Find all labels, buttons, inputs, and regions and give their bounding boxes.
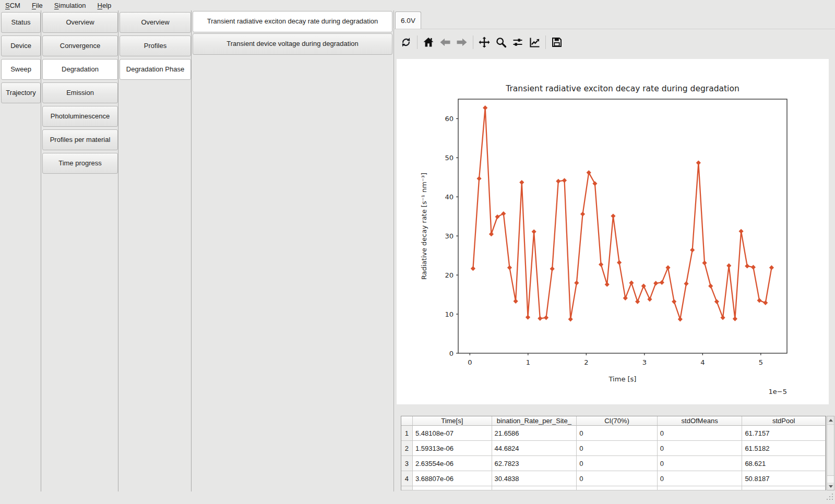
- table-cell[interactable]: 3.68807e-06: [413, 471, 492, 486]
- svg-text:10: 10: [445, 310, 454, 318]
- svg-text:Radiative decay rate [s⁻¹ nm⁻³: Radiative decay rate [s⁻¹ nm⁻³]: [420, 173, 428, 280]
- table-header-stdpool[interactable]: stdPool: [742, 416, 826, 426]
- menubar: SCMFileSimulationHelp: [0, 0, 835, 11]
- table-cell: [742, 486, 826, 490]
- table-vertical-scrollbar[interactable]: [827, 416, 834, 490]
- table-cell[interactable]: 0: [658, 426, 743, 441]
- table-cell[interactable]: 0: [577, 471, 658, 486]
- svg-text:Transient radiative exciton de: Transient radiative exciton decay rate d…: [505, 84, 739, 93]
- nav-col4-transient-device-voltage-during-degradat[interactable]: Transient device voltage during degradat…: [193, 33, 392, 55]
- table-cell[interactable]: 0: [658, 471, 743, 486]
- table-cell[interactable]: 50.8187: [742, 471, 826, 486]
- row-number[interactable]: 3: [401, 456, 413, 471]
- nav-col2-convergence[interactable]: Convergence: [42, 35, 118, 56]
- nav-col1-trajectory[interactable]: Trajectory: [1, 82, 41, 103]
- axes-icon[interactable]: [528, 34, 541, 50]
- row-number[interactable]: 2: [401, 441, 413, 456]
- nav-col1-status[interactable]: Status: [1, 12, 41, 33]
- svg-text:5: 5: [759, 358, 763, 366]
- nav-divider-3: [191, 10, 192, 491]
- table-header-stdofmeans[interactable]: stdOfMeans: [658, 416, 743, 426]
- table-cell[interactable]: 1.59313e-06: [413, 441, 492, 456]
- subplots-icon[interactable]: [511, 34, 524, 50]
- table-header-row: Time[s]bination_Rate_per_Site_CI(70%)std…: [401, 416, 826, 426]
- nav-col3-profiles[interactable]: Profiles: [120, 35, 191, 56]
- svg-text:60: 60: [445, 115, 454, 123]
- tab-6.0V[interactable]: 6.0V: [395, 11, 421, 29]
- svg-text:2: 2: [584, 358, 588, 366]
- nav-col2-profiles-per-material[interactable]: Profiles per material: [42, 129, 118, 150]
- table-row[interactable]: 21.59313e-0644.68240061.5182: [401, 441, 826, 456]
- scrollbar-thumb[interactable]: [827, 424, 834, 476]
- toolbar-separator: [417, 35, 418, 49]
- scroll-up-button[interactable]: [827, 416, 834, 424]
- table-cell[interactable]: 44.6824: [492, 441, 577, 456]
- nav-col2-overview[interactable]: Overview: [42, 12, 118, 33]
- zoom-icon[interactable]: [494, 34, 508, 50]
- table-cell[interactable]: 0: [577, 426, 658, 441]
- table-cell[interactable]: 61.7157: [742, 426, 826, 441]
- table-cell[interactable]: 0: [658, 456, 743, 471]
- table-cell[interactable]: 0: [577, 441, 658, 456]
- table-cell[interactable]: 68.621: [742, 456, 826, 471]
- back-icon[interactable]: [438, 34, 452, 50]
- arrow-up-icon: [829, 419, 833, 422]
- nav-col2-time-progress[interactable]: Time progress: [42, 153, 118, 174]
- toolbar-separator: [545, 35, 546, 49]
- toolbar-separator: [473, 35, 473, 49]
- nav-col2-emission[interactable]: Emission: [42, 82, 118, 103]
- table-cell[interactable]: 21.6586: [492, 426, 577, 441]
- degradation-chart[interactable]: Transient radiative exciton decay rate d…: [397, 59, 829, 404]
- svg-text:1e−5: 1e−5: [769, 388, 787, 395]
- table-cell[interactable]: 61.5182: [742, 441, 826, 456]
- table-row[interactable]: 43.68807e-0630.48380050.8187: [401, 471, 826, 486]
- row-number[interactable]: 1: [401, 426, 413, 441]
- tabbar-baseline: [393, 29, 835, 29]
- table-cell[interactable]: 2.63554e-06: [413, 456, 492, 471]
- svg-text:30: 30: [445, 232, 454, 240]
- pan-icon[interactable]: [478, 34, 491, 50]
- scroll-down-button[interactable]: [827, 483, 834, 490]
- nav-col3-degradation-phase[interactable]: Degradation Phase: [120, 59, 191, 80]
- menu-simulation[interactable]: Simulation: [54, 2, 86, 9]
- table-cell[interactable]: 0: [658, 441, 743, 456]
- svg-text:40: 40: [445, 193, 454, 201]
- table-row-partial: [401, 486, 826, 490]
- table-header-bination-rate-per-site[interactable]: bination_Rate_per_Site_: [492, 416, 577, 426]
- table-header-time-s[interactable]: Time[s]: [413, 416, 492, 426]
- main-panel-border: [393, 10, 394, 491]
- nav-col2-photoluminescence[interactable]: Photoluminescence: [42, 106, 118, 127]
- nav-col1-sweep[interactable]: Sweep: [1, 59, 41, 80]
- figure-canvas[interactable]: Transient radiative exciton decay rate d…: [397, 59, 829, 404]
- home-icon[interactable]: [422, 34, 435, 50]
- arrow-down-icon: [829, 485, 833, 488]
- table-header-ci-70[interactable]: CI(70%): [577, 416, 658, 426]
- row-number[interactable]: 4: [401, 471, 413, 486]
- save-icon[interactable]: [550, 34, 564, 50]
- menu-help[interactable]: Help: [98, 2, 112, 9]
- plot-toolbar: [398, 33, 565, 51]
- table-cell[interactable]: 5.48108e-07: [413, 426, 492, 441]
- nav-col1-device[interactable]: Device: [1, 35, 41, 56]
- nav-col2-degradation[interactable]: Degradation: [42, 59, 118, 80]
- table-cell[interactable]: 62.7823: [492, 456, 577, 471]
- refresh-icon[interactable]: [399, 34, 413, 50]
- table-cell: [492, 486, 577, 490]
- svg-text:1: 1: [526, 358, 530, 366]
- size-grip[interactable]: [827, 494, 834, 501]
- forward-icon[interactable]: [455, 34, 469, 50]
- data-table[interactable]: Time[s]bination_Rate_per_Site_CI(70%)std…: [401, 416, 826, 490]
- nav-col3-overview[interactable]: Overview: [120, 12, 191, 33]
- svg-text:0: 0: [449, 350, 454, 357]
- menu-scm[interactable]: SCM: [5, 2, 20, 9]
- table-cell: [577, 486, 658, 490]
- nav-col4-transient-radiative-exciton-decay-rate-d[interactable]: Transient radiative exciton decay rate d…: [193, 11, 392, 32]
- table-cell[interactable]: 0: [577, 456, 658, 471]
- table-cell: [401, 486, 413, 490]
- menu-file[interactable]: File: [32, 2, 43, 9]
- table-cell[interactable]: 30.4838: [492, 471, 577, 486]
- table-row[interactable]: 15.48108e-0721.65860061.7157: [401, 426, 826, 441]
- svg-text:50: 50: [445, 154, 454, 162]
- table-row[interactable]: 32.63554e-0662.78230068.621: [401, 456, 826, 471]
- table-header-corner[interactable]: [401, 416, 413, 426]
